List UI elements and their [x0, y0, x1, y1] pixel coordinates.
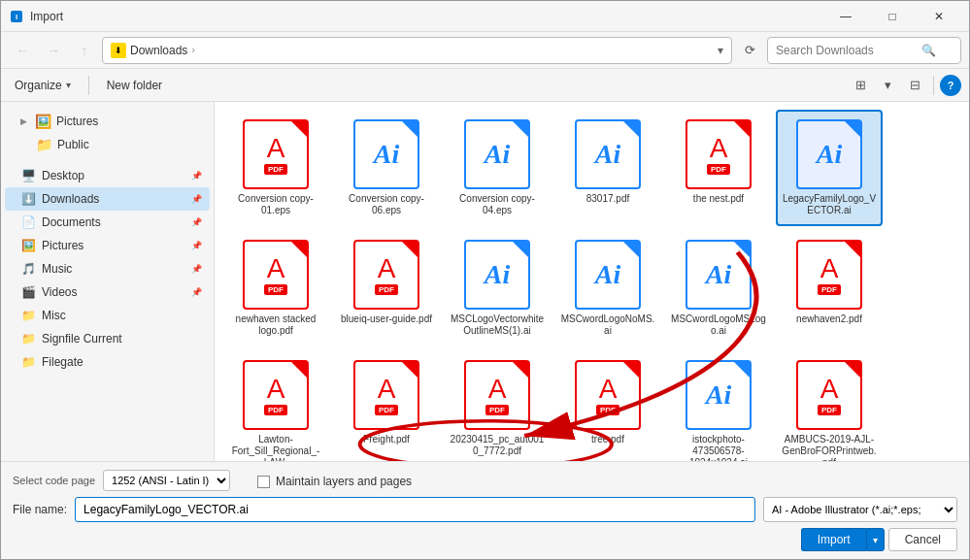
file-item-conv01[interactable]: A PDF Conversion copy-01.eps [222, 110, 329, 226]
acrobat-symbol: A [820, 376, 839, 403]
sidebar-label-music: Music [42, 262, 72, 276]
sidebar-item-filegate[interactable]: 📁 Filegate [5, 350, 210, 374]
pdf-icon-lawton: A PDF [243, 360, 309, 430]
minimize-button[interactable]: — [823, 1, 868, 32]
toolbar-separator [88, 76, 89, 95]
maximize-button[interactable]: □ [870, 1, 915, 32]
pdf-label: PDF [375, 284, 398, 295]
bottom-area: Select code page 1252 (ANSI - Latin I) U… [1, 461, 969, 559]
path-text: Downloads [130, 44, 187, 57]
file-item-conv04[interactable]: Ai Conversion copy-04.eps [444, 110, 551, 226]
sidebar-item-pictures2[interactable]: 🖼️ Pictures 📌 [5, 234, 210, 257]
forward-button[interactable]: → [40, 37, 67, 64]
sidebar-item-downloads[interactable]: ⬇️ Downloads 📌 [5, 187, 210, 211]
pdf-icon-newhavenstack: A PDF [243, 240, 309, 310]
file-item-mscword2[interactable]: Ai MSCwordLogoMSLogo.ai [665, 230, 772, 346]
pictures-icon: 🖼️ [35, 114, 50, 129]
acrobat-symbol: A [378, 255, 396, 282]
file-item-mscword1[interactable]: Ai MSCwordLogoNoMS.ai [554, 230, 661, 346]
search-box[interactable]: 🔍 [767, 37, 961, 64]
sidebar-item-videos[interactable]: 🎬 Videos 📌 [5, 280, 210, 304]
import-dialog: I Import — □ ✕ ← → ↑ ⬇ Downloads › ▾ ⟳ 🔍… [0, 0, 970, 560]
file-item-blueiq[interactable]: A PDF blueiq-user-guide.pdf [333, 230, 440, 346]
view-large-icons-button[interactable]: ⊞ [848, 73, 873, 98]
downloads-icon: ⬇️ [20, 191, 36, 207]
file-item-tree[interactable]: A PDF tree.pdf [554, 350, 661, 461]
file-item-ambucs[interactable]: A PDF AMBUCS-2019-AJL-GenBroFORPrintweb.… [776, 350, 883, 461]
acrobat-symbol: A [599, 376, 618, 403]
codepage-row: Select code page 1252 (ANSI - Latin I) U… [13, 470, 957, 491]
file-item-istock[interactable]: Ai istockphoto-473506578-1024x1024.ai [665, 350, 772, 461]
filename-input[interactable] [75, 497, 755, 522]
sidebar-item-pictures[interactable]: ▶ 🖼️ Pictures [5, 110, 210, 133]
file-item-83017[interactable]: Ai 83017.pdf [554, 110, 661, 226]
import-button[interactable]: Import [801, 528, 866, 551]
file-item-msclogo[interactable]: Ai MSCLogoVectorwhiteOutlineMS(1).ai [444, 230, 551, 346]
new-folder-label: New folder [107, 79, 162, 92]
search-input[interactable] [776, 44, 921, 57]
file-item-thenest[interactable]: A PDF the nest.pdf [665, 110, 772, 226]
documents-icon: 📄 [20, 214, 36, 230]
file-item-lawton[interactable]: A PDF Lawton-Fort_Sill_Regional_-LAW-_In… [222, 350, 329, 461]
file-name-newhaven2: newhaven2.pdf [796, 313, 862, 325]
cancel-button[interactable]: Cancel [888, 528, 957, 551]
file-thumb-legacyvector: Ai [794, 119, 864, 189]
sidebar-label-desktop: Desktop [42, 169, 84, 182]
codepage-select[interactable]: 1252 (ANSI - Latin I) UTF-8 [103, 470, 230, 491]
file-thumb-blueiq: A PDF [351, 240, 421, 310]
ai-symbol: Ai [485, 141, 510, 168]
pdf-label: PDF [375, 405, 398, 415]
refresh-button[interactable]: ⟳ [736, 37, 763, 64]
view-dropdown-button[interactable]: ▾ [875, 73, 900, 98]
ai-icon-mscword1: Ai [575, 240, 641, 310]
path-dropdown-icon[interactable]: ▾ [718, 44, 723, 57]
close-button[interactable]: ✕ [917, 1, 961, 32]
file-name-newhavenstack: newhaven stacked logo.pdf [228, 313, 323, 337]
help-button[interactable]: ? [940, 75, 961, 96]
organize-button[interactable]: Organize ▾ [9, 75, 77, 96]
pin-icon-pictures2: 📌 [191, 241, 202, 250]
pdf-label: PDF [596, 405, 619, 415]
file-item-legacyvector[interactable]: Ai LegacyFamilyLogo_VECTOR.ai [776, 110, 883, 226]
svg-text:I: I [16, 13, 17, 21]
file-item-freight[interactable]: A PDF Freight.pdf [333, 350, 440, 461]
file-area: A PDF Conversion copy-01.eps Ai Conve [215, 102, 969, 461]
new-folder-button[interactable]: New folder [101, 75, 168, 96]
ai-symbol: Ai [595, 141, 620, 168]
pictures2-icon: 🖼️ [20, 238, 36, 253]
file-item-newhavenstack[interactable]: A PDF newhaven stacked logo.pdf [222, 230, 329, 346]
pdf-icon-20230415: A PDF [464, 360, 530, 430]
sidebar-item-documents[interactable]: 📄 Documents 📌 [5, 211, 210, 234]
sidebar-item-public[interactable]: 📁 Public [5, 133, 210, 156]
action-row: Import ▾ Cancel [13, 528, 957, 551]
window-controls: — □ ✕ [823, 1, 961, 32]
sidebar-label-public: Public [57, 138, 89, 151]
maintain-layers-checkbox[interactable] [257, 476, 270, 488]
sidebar-item-music[interactable]: 🎵 Music 📌 [5, 257, 210, 280]
file-thumb-newhaven2: A PDF [794, 240, 864, 310]
ai-icon-mscword2: Ai [686, 240, 752, 310]
import-dropdown-button[interactable]: ▾ [866, 528, 885, 551]
file-thumb-ambucs: A PDF [794, 360, 864, 430]
filename-label: File name: [13, 503, 67, 516]
filetype-select[interactable]: AI - Adobe Illustrator (*.ai;*.eps; [763, 497, 957, 522]
file-thumb-msclogo: Ai [462, 240, 532, 310]
file-item-20230415[interactable]: A PDF 20230415_pc_aut0010_7772.pdf [444, 350, 551, 461]
pin-icon-desktop: 📌 [191, 171, 202, 181]
file-name-83017: 83017.pdf [586, 193, 630, 205]
sidebar: ▶ 🖼️ Pictures 📁 Public 🖥️ Desktop 📌 ⬇️ D… [1, 102, 215, 461]
view-details-button[interactable]: ⊟ [902, 73, 927, 98]
sidebar-item-signfile[interactable]: 📁 Signfile Current [5, 327, 210, 350]
view-separator [933, 76, 934, 95]
up-button[interactable]: ↑ [71, 37, 98, 64]
sidebar-item-desktop[interactable]: 🖥️ Desktop 📌 [5, 164, 210, 187]
maintain-layers-label[interactable]: Maintain layers and pages [276, 475, 412, 488]
back-button[interactable]: ← [9, 37, 36, 64]
pdf-label: PDF [264, 164, 287, 175]
file-item-newhaven2[interactable]: A PDF newhaven2.pdf [776, 230, 883, 346]
sidebar-item-misc[interactable]: 📁 Misc [5, 304, 210, 327]
file-item-conv06[interactable]: Ai Conversion copy-06.eps [333, 110, 440, 226]
acrobat-symbol: A [820, 255, 839, 282]
ai-symbol: Ai [374, 141, 399, 168]
path-bar[interactable]: ⬇ Downloads › ▾ [102, 37, 732, 64]
